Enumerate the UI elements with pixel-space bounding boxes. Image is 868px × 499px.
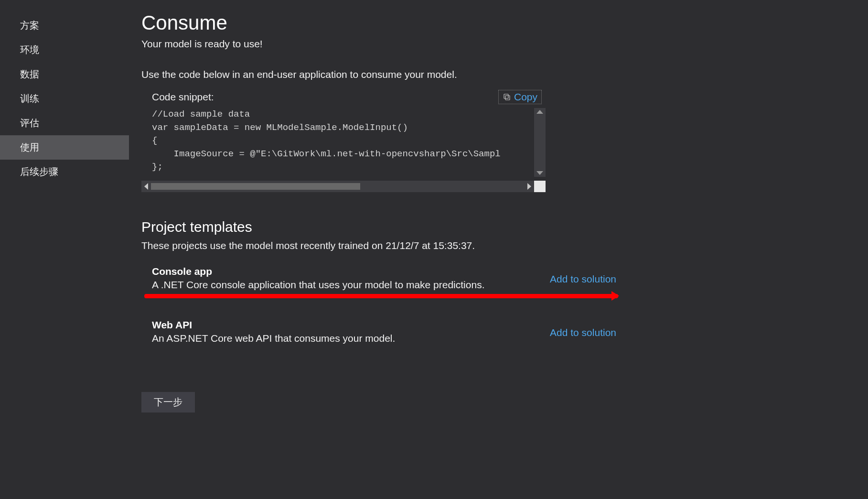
- main-content: Consume Your model is ready to use! Use …: [129, 0, 654, 499]
- instruction-text: Use the code below in an end-user applic…: [141, 69, 546, 80]
- templates-desc: These projects use the model most recent…: [141, 240, 546, 251]
- h-scroll-thumb[interactable]: [151, 183, 360, 190]
- scroll-down-icon[interactable]: [536, 171, 543, 175]
- h-scroll-track[interactable]: [151, 183, 525, 190]
- scroll-up-icon[interactable]: [536, 110, 543, 114]
- svg-rect-1: [504, 94, 508, 98]
- horizontal-scrollbar[interactable]: [141, 181, 546, 192]
- template-desc: A .NET Core console application that use…: [152, 279, 550, 291]
- sidebar: 方案 环境 数据 训练 评估 使用 后续步骤: [0, 0, 129, 499]
- scroll-right-icon[interactable]: [527, 183, 531, 190]
- snippet-header: Code snippet: Copy: [141, 90, 546, 104]
- copy-icon: [503, 93, 511, 101]
- add-to-solution-link[interactable]: Add to solution: [550, 266, 616, 285]
- code-container: //Load sample data var sampleData = new …: [141, 108, 546, 192]
- sidebar-item-data[interactable]: 数据: [0, 62, 129, 87]
- sidebar-item-consume[interactable]: 使用: [0, 135, 129, 160]
- copy-button[interactable]: Copy: [498, 90, 542, 104]
- scroll-corner: [534, 181, 546, 192]
- page-subtitle: Your model is ready to use!: [141, 38, 546, 50]
- template-name: Console app: [152, 266, 550, 277]
- sidebar-item-evaluate[interactable]: 评估: [0, 111, 129, 135]
- sidebar-item-scenario[interactable]: 方案: [0, 13, 129, 38]
- sidebar-item-train[interactable]: 训练: [0, 87, 129, 111]
- page-title: Consume: [141, 11, 546, 34]
- copy-label: Copy: [514, 91, 537, 103]
- sidebar-item-next-steps[interactable]: 后续步骤: [0, 160, 129, 184]
- svg-rect-0: [505, 96, 510, 100]
- next-button[interactable]: 下一步: [141, 392, 195, 412]
- template-name: Web API: [152, 319, 550, 331]
- template-console-app: Console app A .NET Core console applicat…: [141, 266, 616, 291]
- template-desc: An ASP.NET Core web API that consumes yo…: [152, 333, 550, 344]
- template-web-api: Web API An ASP.NET Core web API that con…: [141, 319, 616, 344]
- add-to-solution-link[interactable]: Add to solution: [550, 319, 616, 338]
- code-snippet[interactable]: //Load sample data var sampleData = new …: [141, 108, 534, 177]
- vertical-scrollbar[interactable]: [534, 108, 546, 177]
- annotation-underline: [144, 294, 618, 298]
- snippet-label: Code snippet:: [152, 91, 214, 103]
- templates-title: Project templates: [141, 219, 546, 235]
- sidebar-item-environment[interactable]: 环境: [0, 38, 129, 62]
- scroll-left-icon[interactable]: [144, 183, 148, 190]
